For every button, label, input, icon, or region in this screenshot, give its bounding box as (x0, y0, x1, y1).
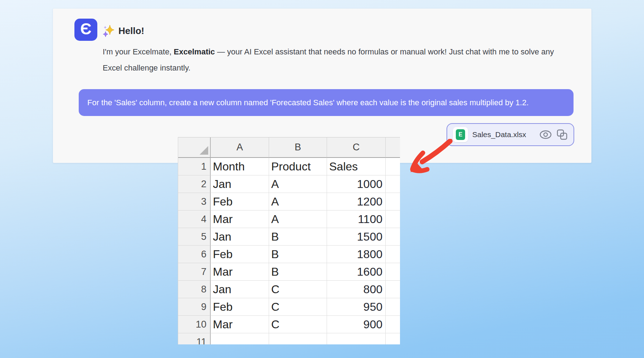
excel-file-icon-letter: E (456, 129, 465, 140)
cell-A5[interactable]: Jan (211, 228, 269, 246)
cell-A4[interactable]: Mar (211, 211, 269, 228)
cell-B11[interactable] (269, 333, 327, 344)
attachment-chip[interactable]: E Sales_Data.xlsx (447, 123, 574, 146)
row-header-8[interactable]: 8 (178, 281, 211, 298)
row-header-5[interactable]: 5 (178, 228, 211, 246)
cell-A1[interactable]: Month (211, 158, 269, 175)
row-header-1[interactable]: 1 (178, 158, 211, 175)
cell-partial-5[interactable] (386, 228, 400, 246)
cell-C9[interactable]: 950 (327, 298, 386, 316)
cell-B8[interactable]: C (269, 281, 327, 298)
cell-C4[interactable]: 1100 (327, 211, 386, 228)
cell-B3[interactable]: A (269, 193, 327, 211)
cell-partial-2[interactable] (386, 175, 400, 193)
intro-part1: I'm your Excelmate, (103, 47, 174, 56)
row-header-9[interactable]: 9 (178, 298, 211, 316)
column-header-partial[interactable] (386, 137, 400, 158)
cell-A6[interactable]: Feb (211, 246, 269, 263)
column-header-B[interactable]: B (269, 137, 327, 158)
cell-A3[interactable]: Feb (211, 193, 269, 211)
user-message-text: For the 'Sales' column, create a new col… (87, 98, 529, 107)
cell-B10[interactable]: C (269, 316, 327, 333)
select-all-triangle-icon (200, 146, 208, 155)
cell-C8[interactable]: 800 (327, 281, 386, 298)
cell-B1[interactable]: Product (269, 158, 327, 175)
row-header-10[interactable]: 10 (178, 316, 211, 333)
excel-file-icon: E (453, 127, 468, 142)
cell-partial-7[interactable] (386, 263, 400, 281)
cell-B6[interactable]: B (269, 246, 327, 263)
cell-C3[interactable]: 1200 (327, 193, 386, 211)
attachment-filename: Sales_Data.xlsx (472, 130, 535, 139)
cell-C6[interactable]: 1800 (327, 246, 386, 263)
cell-A7[interactable]: Mar (211, 263, 269, 281)
cell-partial-4[interactable] (386, 211, 400, 228)
row-header-11[interactable]: 11 (178, 333, 211, 344)
cell-C7[interactable]: 1600 (327, 263, 386, 281)
intro-bold: Excelmatic (174, 47, 215, 56)
column-header-C[interactable]: C (327, 137, 386, 158)
cell-B4[interactable]: A (269, 211, 327, 228)
cell-partial-6[interactable] (386, 246, 400, 263)
cell-B2[interactable]: A (269, 175, 327, 193)
cell-partial-9[interactable] (386, 298, 400, 316)
cell-partial-1[interactable] (386, 158, 400, 175)
sparkles-icon (103, 24, 115, 37)
row-header-7[interactable]: 7 (178, 263, 211, 281)
user-message-bubble: For the 'Sales' column, create a new col… (79, 89, 574, 116)
cell-B5[interactable]: B (269, 228, 327, 246)
cell-partial-10[interactable] (386, 316, 400, 333)
cell-A10[interactable]: Mar (211, 316, 269, 333)
assistant-intro: I'm your Excelmate, Excelmatic — your AI… (103, 44, 564, 76)
cell-A9[interactable]: Feb (211, 298, 269, 316)
screenshot-stage: Є Hello! I'm your Excelmate, Excelmatic … (0, 0, 644, 358)
excelmatic-logo: Є (74, 19, 97, 41)
cell-C1[interactable]: Sales (327, 158, 386, 175)
cell-B7[interactable]: B (269, 263, 327, 281)
greeting-text: Hello! (118, 25, 144, 37)
cell-C11[interactable] (327, 333, 386, 344)
cell-partial-8[interactable] (386, 281, 400, 298)
column-header-A[interactable]: A (211, 137, 269, 158)
select-all-corner[interactable] (178, 137, 211, 158)
excelmatic-logo-glyph: Є (80, 21, 91, 37)
row-header-2[interactable]: 2 (178, 175, 211, 193)
spreadsheet-grid: ABC1MonthProductSales2JanA10003FebA12004… (178, 137, 400, 344)
assistant-greeting: Hello! (103, 24, 144, 37)
cell-A8[interactable]: Jan (211, 281, 269, 298)
cell-partial-11[interactable] (386, 333, 400, 344)
cell-C5[interactable]: 1500 (327, 228, 386, 246)
cell-B9[interactable]: C (269, 298, 327, 316)
cell-A2[interactable]: Jan (211, 175, 269, 193)
copy-icon[interactable] (556, 129, 568, 140)
cell-A11[interactable] (211, 333, 269, 344)
cell-C10[interactable]: 900 (327, 316, 386, 333)
row-header-4[interactable]: 4 (178, 211, 211, 228)
eye-icon[interactable] (539, 130, 552, 139)
cell-C2[interactable]: 1000 (327, 175, 386, 193)
row-header-6[interactable]: 6 (178, 246, 211, 263)
cell-partial-3[interactable] (386, 193, 400, 211)
spreadsheet: ABC1MonthProductSales2JanA10003FebA12004… (178, 137, 400, 344)
row-header-3[interactable]: 3 (178, 193, 211, 211)
